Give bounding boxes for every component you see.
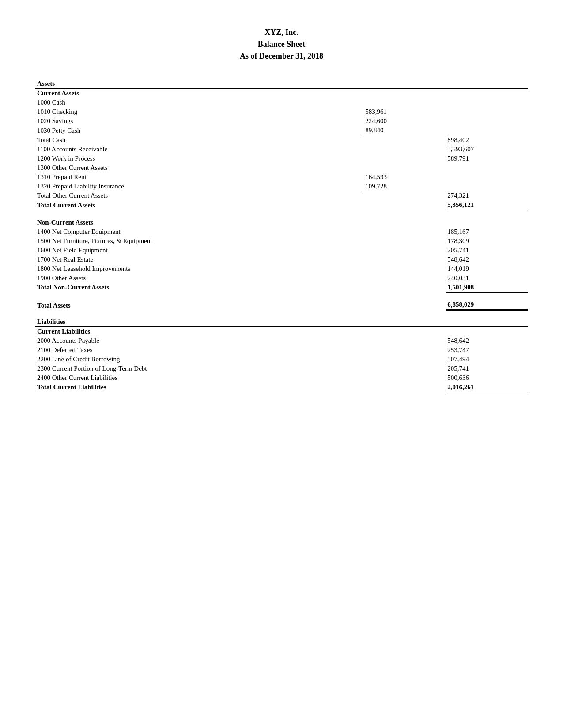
checking-value: 583,961 bbox=[363, 107, 446, 116]
other-assets-value: 240,031 bbox=[446, 274, 528, 283]
prepaid-insurance-value: 109,728 bbox=[363, 182, 446, 191]
accounts-receivable-value: 3,593,607 bbox=[446, 145, 528, 154]
total-current-liabilities-label: Total Current Liabilities bbox=[35, 383, 363, 392]
cash-label-row: 1000 Cash bbox=[35, 98, 528, 107]
net-real-estate-row: 1700 Net Real Estate 548,642 bbox=[35, 255, 528, 264]
other-assets-row: 1900 Other Assets 240,031 bbox=[35, 274, 528, 283]
total-non-current-assets-row: Total Non-Current Assets 1,501,908 bbox=[35, 283, 528, 293]
spacer-2 bbox=[35, 292, 528, 300]
assets-section-header-row: Assets bbox=[35, 80, 528, 89]
savings-value: 224,600 bbox=[363, 116, 446, 126]
current-liabilities-header-row: Current Liabilities bbox=[35, 326, 528, 336]
total-cash-row: Total Cash 898,402 bbox=[35, 135, 528, 145]
accounts-payable-label: 2000 Accounts Payable bbox=[35, 336, 363, 345]
total-assets-value: 6,858,029 bbox=[446, 300, 528, 310]
report-date: As of December 31, 2018 bbox=[35, 50, 528, 62]
net-leasehold-row: 1800 Net Leasehold Improvements 144,019 bbox=[35, 264, 528, 274]
non-current-assets-label: Non-Current Assets bbox=[35, 218, 363, 227]
cash-label: 1000 Cash bbox=[35, 98, 363, 107]
accounts-payable-value: 548,642 bbox=[446, 336, 528, 345]
total-current-liabilities-row: Total Current Liabilities 2,016,261 bbox=[35, 383, 528, 392]
prepaid-insurance-row: 1320 Prepaid Liability Insurance 109,728 bbox=[35, 182, 528, 191]
current-assets-label: Current Assets bbox=[35, 89, 363, 98]
total-assets-label: Total Assets bbox=[35, 300, 363, 310]
liabilities-label: Liabilities bbox=[35, 318, 363, 327]
line-of-credit-label: 2200 Line of Credit Borrowing bbox=[35, 355, 363, 364]
net-leasehold-value: 144,019 bbox=[446, 264, 528, 274]
current-assets-header-row: Current Assets bbox=[35, 89, 528, 98]
accounts-receivable-row: 1100 Accounts Receivable 3,593,607 bbox=[35, 145, 528, 154]
total-cash-label: Total Cash bbox=[35, 135, 363, 145]
work-in-process-row: 1200 Work in Process 589,791 bbox=[35, 154, 528, 163]
net-computer-row: 1400 Net Computer Equipment 185,167 bbox=[35, 227, 528, 236]
work-in-process-label: 1200 Work in Process bbox=[35, 154, 363, 163]
total-non-current-assets-label: Total Non-Current Assets bbox=[35, 283, 363, 293]
work-in-process-value: 589,791 bbox=[446, 154, 528, 163]
prepaid-rent-label: 1310 Prepaid Rent bbox=[35, 173, 363, 182]
other-current-liabilities-value: 500,636 bbox=[446, 373, 528, 383]
net-furniture-value: 178,309 bbox=[446, 236, 528, 246]
report-header: XYZ, Inc. Balance Sheet As of December 3… bbox=[35, 26, 528, 62]
other-current-assets-header-row: 1300 Other Current Assets bbox=[35, 163, 528, 173]
non-current-assets-header-row: Non-Current Assets bbox=[35, 218, 528, 227]
balance-sheet-table: Assets Current Assets 1000 Cash 1010 Che… bbox=[35, 80, 528, 392]
net-furniture-row: 1500 Net Furniture, Fixtures, & Equipmen… bbox=[35, 236, 528, 246]
total-other-current-assets-value: 274,321 bbox=[446, 191, 528, 200]
line-of-credit-row: 2200 Line of Credit Borrowing 507,494 bbox=[35, 355, 528, 364]
total-current-assets-row: Total Current Assets 5,356,121 bbox=[35, 200, 528, 210]
current-liabilities-label: Current Liabilities bbox=[35, 326, 363, 336]
net-leasehold-label: 1800 Net Leasehold Improvements bbox=[35, 264, 363, 274]
spacer-1 bbox=[35, 210, 528, 218]
net-furniture-label: 1500 Net Furniture, Fixtures, & Equipmen… bbox=[35, 236, 363, 246]
petty-cash-value: 89,840 bbox=[363, 126, 446, 135]
other-assets-label: 1900 Other Assets bbox=[35, 274, 363, 283]
total-other-current-assets-label: Total Other Current Assets bbox=[35, 191, 363, 200]
total-current-assets-label: Total Current Assets bbox=[35, 200, 363, 210]
total-assets-row: Total Assets 6,858,029 bbox=[35, 300, 528, 310]
liabilities-section-header-row: Liabilities bbox=[35, 318, 528, 327]
other-current-liabilities-row: 2400 Other Current Liabilities 500,636 bbox=[35, 373, 528, 383]
current-portion-ltd-row: 2300 Current Portion of Long-Term Debt 2… bbox=[35, 364, 528, 373]
company-name: XYZ, Inc. bbox=[35, 26, 528, 38]
deferred-taxes-label: 2100 Deferred Taxes bbox=[35, 345, 363, 355]
line-of-credit-value: 507,494 bbox=[446, 355, 528, 364]
net-real-estate-value: 548,642 bbox=[446, 255, 528, 264]
checking-label: 1010 Checking bbox=[35, 107, 363, 116]
report-title: Balance Sheet bbox=[35, 38, 528, 50]
prepaid-insurance-label: 1320 Prepaid Liability Insurance bbox=[35, 182, 363, 191]
current-portion-ltd-value: 205,741 bbox=[446, 364, 528, 373]
net-field-value: 205,741 bbox=[446, 246, 528, 255]
deferred-taxes-value: 253,747 bbox=[446, 345, 528, 355]
net-field-row: 1600 Net Field Equipment 205,741 bbox=[35, 246, 528, 255]
other-current-assets-label: 1300 Other Current Assets bbox=[35, 163, 363, 173]
savings-label: 1020 Savings bbox=[35, 116, 363, 126]
spacer-3 bbox=[35, 310, 528, 318]
assets-label: Assets bbox=[35, 80, 363, 89]
total-cash-value: 898,402 bbox=[446, 135, 528, 145]
net-real-estate-label: 1700 Net Real Estate bbox=[35, 255, 363, 264]
prepaid-rent-row: 1310 Prepaid Rent 164,593 bbox=[35, 173, 528, 182]
petty-cash-row: 1030 Petty Cash 89,840 bbox=[35, 126, 528, 135]
other-current-liabilities-label: 2400 Other Current Liabilities bbox=[35, 373, 363, 383]
deferred-taxes-row: 2100 Deferred Taxes 253,747 bbox=[35, 345, 528, 355]
accounts-payable-row: 2000 Accounts Payable 548,642 bbox=[35, 336, 528, 345]
prepaid-rent-value: 164,593 bbox=[363, 173, 446, 182]
checking-row: 1010 Checking 583,961 bbox=[35, 107, 528, 116]
net-field-label: 1600 Net Field Equipment bbox=[35, 246, 363, 255]
net-computer-label: 1400 Net Computer Equipment bbox=[35, 227, 363, 236]
current-portion-ltd-label: 2300 Current Portion of Long-Term Debt bbox=[35, 364, 363, 373]
total-other-current-assets-row: Total Other Current Assets 274,321 bbox=[35, 191, 528, 200]
accounts-receivable-label: 1100 Accounts Receivable bbox=[35, 145, 363, 154]
savings-row: 1020 Savings 224,600 bbox=[35, 116, 528, 126]
total-non-current-assets-value: 1,501,908 bbox=[446, 283, 528, 293]
net-computer-value: 185,167 bbox=[446, 227, 528, 236]
petty-cash-label: 1030 Petty Cash bbox=[35, 126, 363, 135]
total-current-liabilities-value: 2,016,261 bbox=[446, 383, 528, 392]
total-current-assets-value: 5,356,121 bbox=[446, 200, 528, 210]
